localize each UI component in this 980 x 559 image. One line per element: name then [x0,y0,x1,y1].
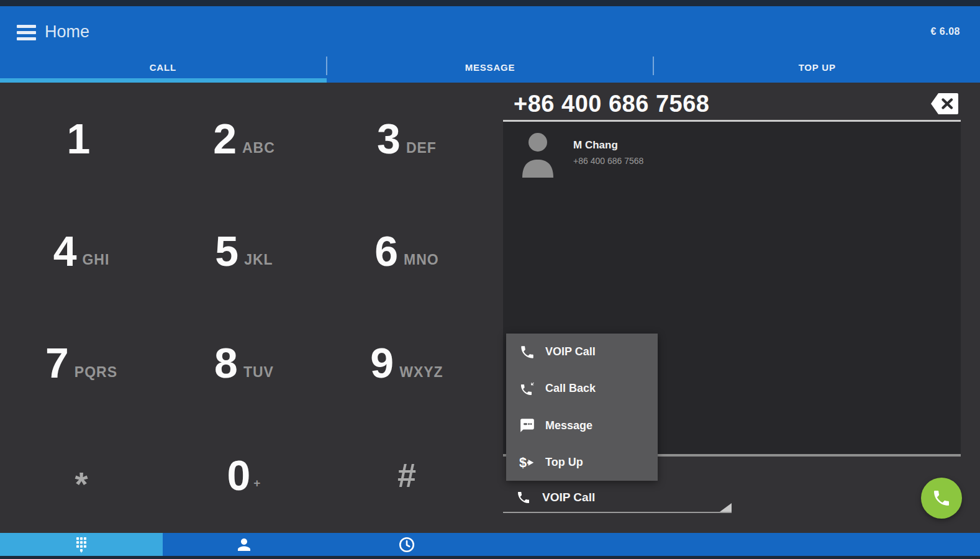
status-bar [0,0,980,6]
call-mode-spinner[interactable]: VOIP Call [503,483,732,513]
contact-avatar-icon [520,132,555,179]
key-plus-symbol: + [253,476,261,490]
dial-pad: 1 2ABC 3DEF 4GHI 5JKL 6MNO 7PQRS 8TUV 9W… [0,83,488,531]
contact-suggestion-row[interactable]: M Chang +86 400 686 7568 [503,127,961,189]
key-digit: 7 [45,342,69,384]
active-tab-indicator [0,78,327,83]
bottom-navigation-bar [0,533,980,556]
spinner-dropdown-handle-icon [720,503,732,512]
menu-item-label: VOIP Call [545,345,596,358]
key-letters: JKL [244,252,273,268]
key-digit: 2 [213,117,237,160]
key-digit: # [397,458,416,492]
call-options-context-menu: VOIP Call Call Back Message [506,334,658,481]
key-2[interactable]: 2ABC [163,83,325,195]
menu-item-message[interactable]: Message [506,407,658,444]
dialer-app-screen: Home € 6.08 CALL MESSAGE TOP UP 1 2ABC 3… [0,0,980,559]
key-4[interactable]: 4GHI [0,195,163,307]
backspace-icon[interactable] [930,92,960,116]
key-letters: GHI [82,252,109,268]
call-phone-icon [932,488,951,508]
app-bar: Home € 6.08 [0,6,980,52]
key-1[interactable]: 1 [0,83,163,195]
key-digit: 4 [53,230,77,272]
key-digit: 0 [227,454,251,496]
tab-bar: CALL MESSAGE TOP UP [0,52,980,83]
key-letters: ABC [242,140,275,157]
key-0[interactable]: 0+ [163,419,325,532]
menu-item-label: Message [545,419,592,432]
voip-call-phone-icon [519,344,535,360]
key-3[interactable]: 3DEF [325,83,488,195]
key-7[interactable]: 7PQRS [0,307,163,419]
key-letters: MNO [404,252,439,268]
tab-top-up[interactable]: TOP UP [654,52,980,83]
call-button[interactable] [921,478,962,519]
phone-icon [516,490,531,505]
key-digit: 9 [370,342,394,384]
menu-item-label: Call Back [545,382,596,395]
contact-number: +86 400 686 7568 [573,156,643,166]
contact-name: M Chang [573,139,618,152]
call-mode-label: VOIP Call [542,491,595,504]
key-hash[interactable]: # [325,419,488,532]
key-digit: 6 [374,230,398,272]
key-digit: 1 [67,117,91,160]
menu-item-label: Top Up [545,456,583,469]
hamburger-menu-icon[interactable] [17,25,36,40]
menu-item-top-up[interactable]: $ Top Up [506,444,658,481]
key-9[interactable]: 9WXYZ [325,307,488,419]
key-star[interactable]: * [0,419,163,532]
menu-item-voip-call[interactable]: VOIP Call [506,334,658,370]
history-icon [397,535,416,554]
top-up-dollar-icon: $ [519,454,535,470]
menu-item-call-back[interactable]: Call Back [506,370,658,407]
key-digit: 8 [214,342,238,384]
svg-text:$: $ [519,455,527,470]
page-title: Home [45,22,89,42]
account-balance: € 6.08 [931,26,960,37]
key-letters: DEF [406,140,437,157]
call-back-phone-icon [519,381,535,397]
number-entry-row: +86 400 686 7568 [503,88,961,120]
key-6[interactable]: 6MNO [325,195,488,307]
navigation-bar-strip [0,556,980,559]
dialed-number-field[interactable]: +86 400 686 7568 [503,91,709,117]
message-bubble-icon [519,417,535,434]
contacts-icon [235,535,253,554]
key-digit: 5 [215,230,238,272]
tab-message[interactable]: MESSAGE [327,52,653,83]
nav-item-history[interactable] [325,533,488,556]
key-8[interactable]: 8TUV [163,307,325,419]
key-5[interactable]: 5JKL [163,195,325,307]
nav-item-dialpad[interactable] [0,533,163,556]
dialpad-icon [73,535,89,554]
key-digit: 3 [377,117,401,160]
key-letters: PQRS [75,364,117,381]
key-digit: * [75,467,88,501]
key-letters: WXYZ [399,364,443,381]
key-letters: TUV [243,364,274,381]
nav-item-contacts[interactable] [163,533,325,556]
